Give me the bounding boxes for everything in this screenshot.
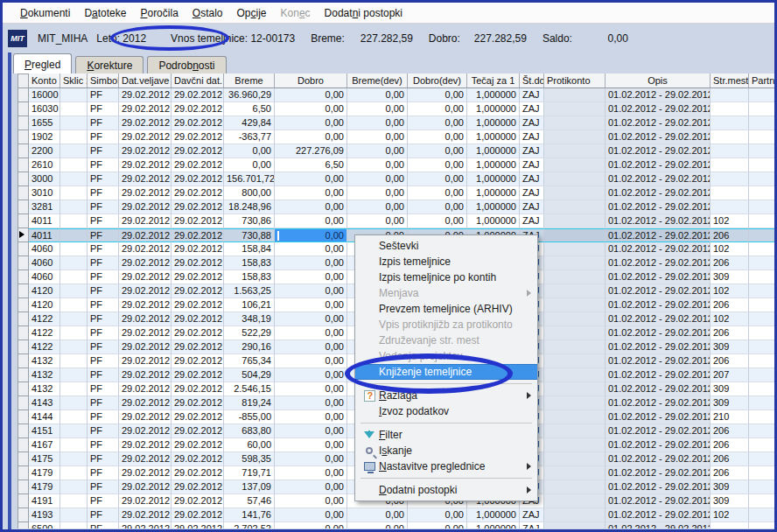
cell-str-mesto[interactable]: 102 <box>710 242 749 256</box>
cell-opis[interactable]: 01.02.2012 - 29.02.2012 <box>606 130 710 144</box>
cell-breme[interactable]: 6,50 <box>224 102 275 116</box>
cell-konto[interactable]: 4011 <box>29 228 60 242</box>
cell-sklic-2[interactable] <box>60 214 88 228</box>
row-selector[interactable] <box>18 410 29 424</box>
table-row[interactable]: 3010PF29.02.201229.02.2012800,000,000,00… <box>18 186 774 200</box>
cell-dat-veljave[interactable]: 29.02.2012 <box>119 354 172 368</box>
menubar-item-dodatni-postopki[interactable]: Dodatni postopki <box>318 4 410 22</box>
cell-simbol[interactable]: PF <box>88 466 119 480</box>
cell-sklic-2[interactable] <box>60 340 88 354</box>
cell-str-mesto[interactable]: 206 <box>710 256 749 270</box>
cell-breme[interactable]: 730,88 <box>224 228 275 242</box>
cell-dobro-dev[interactable]: 0,00 <box>408 214 467 228</box>
cell-dat-veljave[interactable]: 29.02.2012 <box>119 382 172 396</box>
cell-dobro[interactable]: 0,00 <box>275 354 347 368</box>
cell-dobro[interactable]: 0,00 <box>275 326 347 340</box>
cell-protikonto[interactable] <box>544 256 606 270</box>
table-row[interactable]: 2610PF29.02.201229.02.20120,006,500,000,… <box>18 158 774 172</box>
cell-sklic-2[interactable] <box>60 452 88 466</box>
cell-breme[interactable]: 730,86 <box>224 214 275 228</box>
cell-konto[interactable]: 4175 <box>29 452 60 466</box>
cell-breme[interactable]: 0,00 <box>224 158 275 172</box>
cell-partner[interactable] <box>749 354 774 368</box>
cell-davcni-dat[interactable]: 29.02.2012 <box>172 480 224 494</box>
cell-dat-veljave[interactable]: 29.02.2012 <box>119 158 172 172</box>
cell-konto[interactable]: 3000 <box>29 172 60 186</box>
cell-dobro[interactable]: 0,00 <box>275 368 347 382</box>
cell-protikonto[interactable] <box>544 158 606 172</box>
cell-davcni-dat[interactable]: 29.02.2012 <box>172 326 224 340</box>
cell-simbol[interactable]: PF <box>88 438 119 452</box>
cell-davcni-dat[interactable]: 29.02.2012 <box>172 270 224 284</box>
cell-breme[interactable]: 18.248,96 <box>224 200 275 214</box>
cell-konto[interactable]: 16000 <box>29 88 60 102</box>
cell-opis[interactable]: 01.02.2012 - 29.02.2012 <box>606 214 710 228</box>
cell-protikonto[interactable] <box>544 480 606 494</box>
cell-konto[interactable]: 4060 <box>29 256 60 270</box>
cell-st-dok[interactable]: ZAJ <box>520 522 544 528</box>
cell-partner[interactable] <box>749 480 774 494</box>
row-selector[interactable] <box>18 438 29 452</box>
cell-str-mesto[interactable]: 207 <box>710 368 749 382</box>
cell-dobro-dev[interactable]: 0,00 <box>408 522 467 528</box>
cell-dobro[interactable]: 0,00 <box>275 186 347 200</box>
cell-protikonto[interactable] <box>544 522 606 528</box>
cell-protikonto[interactable] <box>544 354 606 368</box>
cell-konto[interactable]: 4167 <box>29 438 60 452</box>
row-selector[interactable] <box>18 382 29 396</box>
context-menu-item-izpis-temeljnice[interactable]: Izpis temeljnice <box>355 254 537 270</box>
cell-davcni-dat[interactable]: 29.02.2012 <box>172 284 224 298</box>
cell-konto[interactable]: 4120 <box>29 298 60 312</box>
cell-dat-veljave[interactable]: 29.02.2012 <box>119 494 172 508</box>
row-selector[interactable] <box>18 284 29 298</box>
cell-dat-veljave[interactable]: 29.02.2012 <box>119 368 172 382</box>
cell-opis[interactable]: 01.02.2012 - 29.02.2012 <box>606 228 710 242</box>
cell-partner[interactable] <box>749 508 774 522</box>
cell-protikonto[interactable] <box>544 284 606 298</box>
cell-partner[interactable] <box>749 382 774 396</box>
cell-st-dok[interactable]: ZAJ <box>520 508 544 522</box>
cell-dat-veljave[interactable]: 29.02.2012 <box>119 452 172 466</box>
cell-davcni-dat[interactable]: 29.02.2012 <box>172 410 224 424</box>
cell-dat-veljave[interactable]: 29.02.2012 <box>119 298 172 312</box>
cell-simbol[interactable]: PF <box>88 200 119 214</box>
cell-davcni-dat[interactable]: 29.02.2012 <box>172 214 224 228</box>
cell-dobro[interactable]: 6,50 <box>275 158 347 172</box>
cell-partner[interactable] <box>749 256 774 270</box>
cell-opis[interactable]: 01.02.2012 - 29.02.2012 <box>606 424 710 438</box>
cell-partner[interactable] <box>749 158 774 172</box>
cell-sklic-2[interactable] <box>60 410 88 424</box>
cell-simbol[interactable]: PF <box>88 172 119 186</box>
cell-simbol[interactable]: PF <box>88 284 119 298</box>
cell-opis[interactable]: 01.02.2012 - 29.02.2012 <box>606 522 710 528</box>
cell-protikonto[interactable] <box>544 424 606 438</box>
cell-simbol[interactable]: PF <box>88 340 119 354</box>
cell-opis[interactable]: 01.02.2012 - 29.02.2012 <box>606 452 710 466</box>
cell-dat-veljave[interactable]: 29.02.2012 <box>119 88 172 102</box>
cell-st-dok[interactable]: ZAJ <box>520 102 544 116</box>
cell-breme-dev[interactable]: 0,00 <box>347 200 408 214</box>
cell-breme[interactable]: 800,00 <box>224 186 275 200</box>
row-selector[interactable] <box>18 452 29 466</box>
cell-dobro[interactable]: 0,00 <box>275 116 347 130</box>
cell-konto[interactable]: 4122 <box>29 312 60 326</box>
cell-davcni-dat[interactable]: 29.02.2012 <box>172 312 224 326</box>
cell-protikonto[interactable] <box>544 466 606 480</box>
cell-konto[interactable]: 4122 <box>29 340 60 354</box>
cell-konto[interactable]: 4193 <box>29 508 60 522</box>
cell-simbol[interactable]: PF <box>88 242 119 256</box>
cell-konto[interactable]: 4120 <box>29 284 60 298</box>
cell-tecaj-za-1[interactable]: 1,000000 <box>467 102 520 116</box>
cell-opis[interactable]: 01.02.2012 - 29.02.2012 <box>606 508 710 522</box>
cell-dobro[interactable]: 0,00 <box>275 200 347 214</box>
cell-str-mesto[interactable]: 309 <box>710 382 749 396</box>
cell-dobro[interactable]: 0,00 <box>275 88 347 102</box>
column-header-breme-dev[interactable]: Breme(dev) <box>347 74 408 88</box>
cell-dat-veljave[interactable]: 29.02.2012 <box>119 396 172 410</box>
cell-simbol[interactable]: PF <box>88 88 119 102</box>
cell-davcni-dat[interactable]: 29.02.2012 <box>172 200 224 214</box>
cell-breme[interactable]: 60,00 <box>224 438 275 452</box>
cell-dat-veljave[interactable]: 29.02.2012 <box>119 116 172 130</box>
cell-opis[interactable]: 01.02.2012 - 29.02.2012 <box>606 382 710 396</box>
cell-opis[interactable]: 01.02.2012 - 29.02.2012 <box>606 298 710 312</box>
